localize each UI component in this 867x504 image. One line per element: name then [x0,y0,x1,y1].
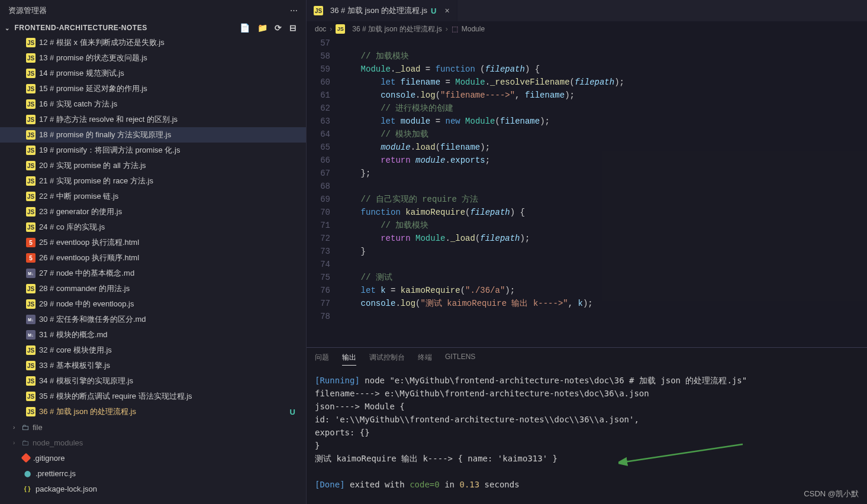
file-tree[interactable]: JS12 # 根据 x 值来判断成功还是失败.jsJS13 # promise … [0,35,306,504]
file-item[interactable]: JS36 # 加载 json 的处理流程.jsU [0,404,306,419]
file-item[interactable]: JS17 # 静态方法 resolve 和 reject 的区别.js [0,112,306,127]
chevron-right-icon: › [446,25,448,33]
folder-item[interactable]: ›🗀file [0,419,306,435]
file-item[interactable]: JS19 # promisify：将回调方法 promise 化.js [0,143,306,158]
terminal-tab[interactable]: 问题 [315,353,329,366]
tab-bar: JS 36 # 加载 json 的处理流程.js U × [307,0,867,21]
close-icon[interactable]: × [444,6,449,15]
refresh-icon[interactable]: ⟳ [275,23,282,33]
file-item[interactable]: JS18 # promise 的 finally 方法实现原理.js [0,127,306,143]
breadcrumb[interactable]: doc › JS 36 # 加载 json 的处理流程.js › ⬚ Modul… [307,21,867,37]
file-item[interactable]: JS34 # 模板引擎的实现原理.js [0,373,306,389]
workspace-name: FRONTEND-ARCHITECTURE-NOTES [15,24,147,32]
explorer-sidebar: 资源管理器 ⋯ ⌄ FRONTEND-ARCHITECTURE-NOTES 📄 … [0,0,307,504]
running-label: [Running] [315,376,360,385]
file-item[interactable]: JS23 # generator 的使用.js [0,204,306,219]
terminal-tabs: 问题输出调试控制台终端GITLENS [307,348,867,370]
chevron-right-icon: › [330,25,332,33]
editor-tab[interactable]: JS 36 # 加载 json 的处理流程.js U × [307,0,457,21]
new-folder-icon[interactable]: 📁 [257,23,268,33]
file-item[interactable]: .gitignore [0,450,306,466]
code-content[interactable]: // 加载模块 Module._load = function (filepat… [341,37,867,347]
file-item[interactable]: JS13 # promise 的状态更改问题.js [0,50,306,66]
line-gutter: 5758596061626364656667686970717273747576… [307,37,341,347]
file-item[interactable]: JS32 # core 模块使用.js [0,343,306,358]
file-item[interactable]: 525 # eventloop 执行流程.html [0,235,306,250]
file-item[interactable]: JS21 # 实现 promise 的 race 方法.js [0,173,306,189]
file-item[interactable]: JS14 # promise 规范测试.js [0,66,306,81]
file-item[interactable]: JS12 # 根据 x 值来判断成功还是失败.js [0,35,306,50]
terminal-tab[interactable]: 终端 [418,353,432,366]
explorer-title: 资源管理器 [8,5,47,16]
js-file-icon: JS [336,24,345,34]
terminal-tab[interactable]: GITLENS [445,353,475,366]
more-icon[interactable]: ⋯ [290,6,298,15]
file-item[interactable]: JS22 # 中断 promise 链.js [0,189,306,204]
file-item[interactable]: JS29 # node 中的 eventloop.js [0,296,306,312]
file-item[interactable]: JS35 # 模块的断点调试 require 语法实现过程.js [0,389,306,404]
file-item[interactable]: M↓30 # 宏任务和微任务的区分.md [0,312,306,327]
watermark: CSDN @凯小默 [804,489,859,499]
folder-actions: 📄 📁 ⟳ ⊟ [240,23,301,33]
terminal-tab[interactable]: 输出 [342,353,356,366]
js-file-icon: JS [314,6,323,15]
done-label: [Done] [315,480,345,489]
file-item[interactable]: JS15 # promise 延迟对象的作用.js [0,81,306,96]
file-item[interactable]: JS33 # 基本模板引擎.js [0,358,306,373]
breadcrumb-symbol[interactable]: Module [462,25,485,33]
collapse-icon[interactable]: ⊟ [289,23,297,33]
explorer-header: 资源管理器 ⋯ [0,0,306,21]
file-item[interactable]: { }package-lock.json [0,481,306,496]
symbol-icon: ⬚ [452,25,458,33]
terminal-tab[interactable]: 调试控制台 [369,353,405,366]
file-item[interactable]: 526 # eventloop 执行顺序.html [0,250,306,266]
chevron-down-icon: ⌄ [5,25,10,31]
file-item[interactable]: JS16 # 实现 catch 方法.js [0,96,306,112]
folder-header[interactable]: ⌄ FRONTEND-ARCHITECTURE-NOTES 📄 📁 ⟳ ⊟ [0,21,306,35]
terminal-panel: 问题输出调试控制台终端GITLENS [Running] node "e:\My… [307,347,867,504]
file-item[interactable]: JS20 # 实现 promise 的 all 方法.js [0,158,306,173]
breadcrumb-file[interactable]: 36 # 加载 json 的处理流程.js [352,24,441,34]
editor-area: JS 36 # 加载 json 的处理流程.js U × doc › JS 36… [307,0,867,504]
new-file-icon[interactable]: 📄 [240,23,250,33]
folder-item[interactable]: ›🗀node_modules [0,435,306,450]
file-item[interactable]: ⬤.prettierrc.js [0,466,306,481]
file-item[interactable]: JS28 # commander 的用法.js [0,281,306,296]
breadcrumb-folder[interactable]: doc [315,25,326,33]
tab-status-badge: U [431,7,436,15]
terminal-output[interactable]: [Running] node "e:\MyGithub\frontend-arc… [307,370,867,504]
file-item[interactable]: M↓27 # node 中的基本概念.md [0,266,306,281]
tab-filename: 36 # 加载 json 的处理流程.js [330,5,427,16]
file-item[interactable]: JS24 # co 库的实现.js [0,219,306,235]
code-editor[interactable]: 5758596061626364656667686970717273747576… [307,37,867,347]
file-item[interactable]: M↓31 # 模块的概念.md [0,327,306,343]
